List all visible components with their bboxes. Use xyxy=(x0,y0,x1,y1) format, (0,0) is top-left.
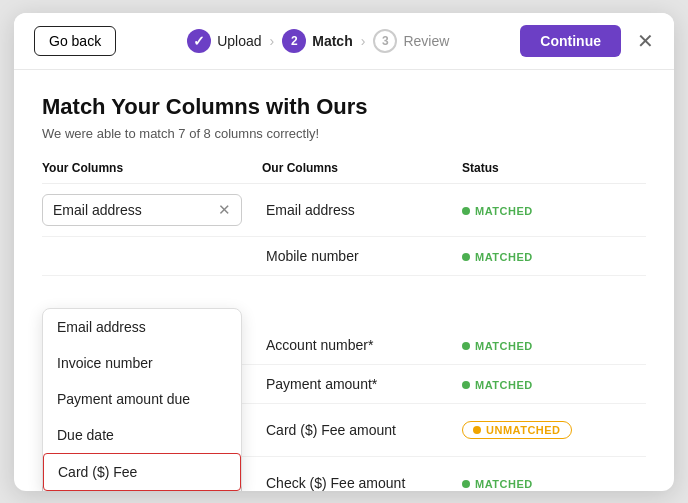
stepper: ✓ Upload › 2 Match › 3 Review xyxy=(187,29,449,53)
step-upload-circle: ✓ xyxy=(187,29,211,53)
status-badge-3: MATCHED xyxy=(462,340,533,352)
status-badge-6: MATCHED xyxy=(462,478,533,490)
status-dot-icon-3 xyxy=(462,342,470,350)
close-button[interactable]: ✕ xyxy=(637,29,654,53)
status-label-1: MATCHED xyxy=(475,205,533,217)
input-value-1: Email address xyxy=(53,202,214,218)
our-col-3: Account number* xyxy=(262,337,462,353)
status-dot-icon-5 xyxy=(473,426,481,434)
col-header-our: Our Columns xyxy=(262,161,462,175)
arrow-icon-2: › xyxy=(361,33,366,49)
our-col-2: Mobile number xyxy=(262,248,462,264)
modal-body: Match Your Columns with Ours We were abl… xyxy=(14,70,674,491)
table-row: Email address ✕ Email address MATCHED xyxy=(42,184,646,237)
col-header-status: Status xyxy=(462,161,646,175)
status-label-4: MATCHED xyxy=(475,379,533,391)
go-back-button[interactable]: Go back xyxy=(34,26,116,56)
status-label-3: MATCHED xyxy=(475,340,533,352)
status-label-5: UNMATCHED xyxy=(486,424,561,436)
status-label-2: MATCHED xyxy=(475,251,533,263)
status-badge-1: MATCHED xyxy=(462,205,533,217)
dropdown-item-invoice[interactable]: Invoice number xyxy=(43,345,241,381)
status-label-6: MATCHED xyxy=(475,478,533,490)
status-badge-5: UNMATCHED xyxy=(462,421,572,439)
page-subtitle: We were able to match 7 of 8 columns cor… xyxy=(42,126,646,141)
step-match-circle: 2 xyxy=(282,29,306,53)
page-title: Match Your Columns with Ours xyxy=(42,94,646,120)
our-col-6: Check ($) Fee amount xyxy=(262,475,462,491)
status-dot-icon-2 xyxy=(462,253,470,261)
modal: Go back ✓ Upload › 2 Match › 3 xyxy=(14,13,674,491)
step-review-circle: 3 xyxy=(373,29,397,53)
arrow-icon-1: › xyxy=(270,33,275,49)
modal-header: Go back ✓ Upload › 2 Match › 3 xyxy=(14,13,674,70)
clear-button-1[interactable]: ✕ xyxy=(218,201,231,219)
step-upload-label: Upload xyxy=(217,33,261,49)
status-badge-2: MATCHED xyxy=(462,251,533,263)
col-header-your: Your Columns xyxy=(42,161,262,175)
step-match-label: Match xyxy=(312,33,352,49)
dropdown-item-card-fee[interactable]: Card ($) Fee xyxy=(43,453,241,491)
table-row: Email address Invoice number Payment amo… xyxy=(42,237,646,276)
dropdown-item-payment[interactable]: Payment amount due xyxy=(43,381,241,417)
status-dot-icon-6 xyxy=(462,480,470,488)
status-dot-icon-4 xyxy=(462,381,470,389)
step-review-label: Review xyxy=(403,33,449,49)
step-review: 3 Review xyxy=(373,29,449,53)
step-review-number: 3 xyxy=(382,34,389,48)
dropdown-item-due-date[interactable]: Due date xyxy=(43,417,241,453)
dropdown-item-email[interactable]: Email address xyxy=(43,309,241,345)
our-col-1: Email address xyxy=(262,202,462,218)
dropdown-menu: Email address Invoice number Payment amo… xyxy=(42,308,242,491)
step-upload: ✓ Upload xyxy=(187,29,261,53)
step-match: 2 Match xyxy=(282,29,352,53)
our-col-5: Card ($) Fee amount xyxy=(262,422,462,438)
step-match-number: 2 xyxy=(291,34,298,48)
checkmark-icon: ✓ xyxy=(193,33,205,49)
table-rows: Email address ✕ Email address MATCHED xyxy=(42,184,646,491)
status-badge-4: MATCHED xyxy=(462,379,533,391)
column-headers: Your Columns Our Columns Status xyxy=(42,161,646,184)
status-dot-icon-1 xyxy=(462,207,470,215)
our-col-4: Payment amount* xyxy=(262,376,462,392)
your-col-input-1[interactable]: Email address ✕ xyxy=(42,194,242,226)
continue-button[interactable]: Continue xyxy=(520,25,621,57)
